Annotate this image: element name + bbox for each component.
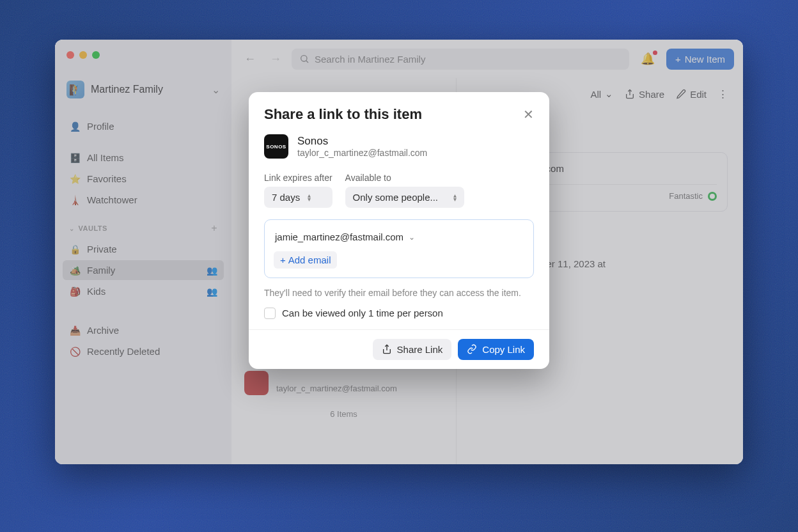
- add-email-button[interactable]: + Add email: [274, 251, 337, 269]
- available-select[interactable]: Only some people... ▴▾: [345, 187, 464, 208]
- share-link-button[interactable]: Share Link: [373, 339, 452, 360]
- modal-title: Share a link to this item: [264, 106, 422, 123]
- available-label: Available to: [345, 173, 464, 183]
- email-chip[interactable]: jamie_martinez@fastmail.com ⌄: [274, 229, 416, 245]
- checkbox-icon: [264, 308, 276, 319]
- link-icon: [467, 344, 477, 354]
- expires-select[interactable]: 7 days ▴▾: [264, 187, 332, 208]
- modal-footer: Share Link Copy Link: [249, 329, 549, 369]
- share-modal: Share a link to this item ✕ SONOS Sonos …: [249, 92, 549, 369]
- item-name: Sonos: [297, 135, 427, 148]
- view-once-checkbox[interactable]: Can be viewed only 1 time per person: [264, 308, 534, 319]
- email-list: jamie_martinez@fastmail.com ⌄ + Add emai…: [264, 219, 534, 278]
- modal-overlay[interactable]: Share a link to this item ✕ SONOS Sonos …: [55, 40, 743, 464]
- share-icon: [382, 344, 392, 354]
- help-text: They'll need to verify their email befor…: [264, 287, 534, 300]
- item-icon: SONOS: [264, 134, 288, 159]
- copy-link-button[interactable]: Copy Link: [458, 339, 534, 360]
- modal-item-header: SONOS Sonos taylor_c_martinez@fastmail.c…: [264, 134, 534, 159]
- expires-label: Link expires after: [264, 173, 332, 183]
- select-caret-icon: ▴▾: [308, 194, 311, 201]
- close-button[interactable]: ✕: [523, 107, 534, 122]
- select-caret-icon: ▴▾: [453, 194, 457, 201]
- chevron-down-icon: ⌄: [409, 233, 415, 242]
- app-window: 🧗 Martinez Family ⌄ 👤 Profile 🗄️ All Ite…: [55, 40, 743, 464]
- item-subtitle: taylor_c_martinez@fastmail.com: [297, 148, 427, 158]
- plus-icon: +: [280, 254, 286, 265]
